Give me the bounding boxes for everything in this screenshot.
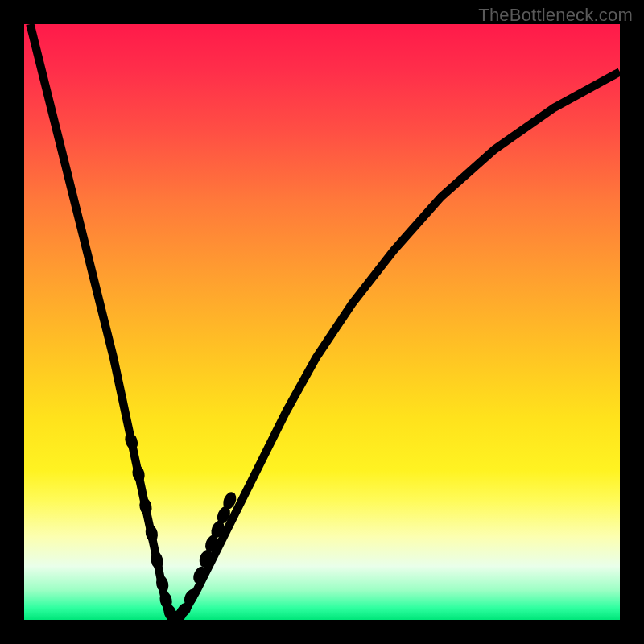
- watermark-text: TheBottleneck.com: [478, 5, 633, 26]
- marker-point: [122, 431, 140, 452]
- curve-right: [174, 72, 620, 619]
- plot-area: [24, 24, 620, 620]
- marker-group: [122, 431, 238, 620]
- outer-frame: TheBottleneck.com: [0, 0, 644, 644]
- curves: [30, 24, 620, 619]
- chart-svg: [24, 24, 620, 620]
